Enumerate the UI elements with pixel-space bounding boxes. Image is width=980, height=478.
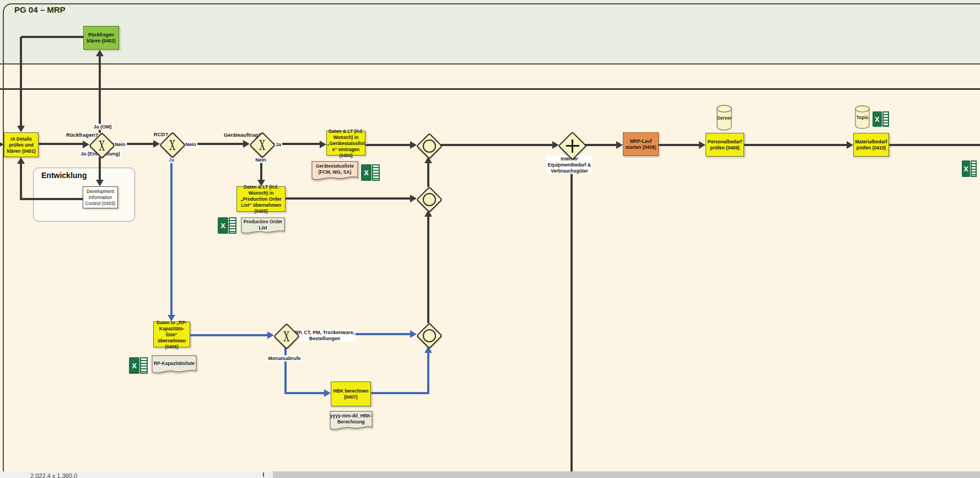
- arrowhead: [17, 126, 25, 132]
- datastore-server[interactable]: Server: [717, 105, 732, 131]
- task-0409[interactable]: Personalbedarf prüfen (0409): [706, 133, 744, 157]
- status-cursor-mark: [263, 472, 264, 477]
- excel-sheet: [971, 160, 977, 177]
- flow-0401-rueckfragen: [39, 143, 83, 145]
- flow-abruf-0407: [284, 392, 324, 394]
- excel-icon[interactable]: X: [218, 217, 236, 234]
- excel-icon[interactable]: X: [873, 111, 889, 127]
- excel-icon[interactable]: X: [129, 357, 148, 374]
- excel-sheet: [882, 111, 889, 127]
- arrowhead: [153, 140, 160, 148]
- status-dimensions: 2.022,4 x 1.380,0: [30, 472, 77, 478]
- excel-icon[interactable]: X: [361, 164, 380, 181]
- or-icon: [423, 139, 436, 153]
- task-0407-label: HBK berechnen (0407): [331, 388, 371, 400]
- document-label: Gerätestatusliste (FCM, WG, SA): [311, 161, 358, 183]
- task-0409-label: Personalbedarf prüfen (0409): [705, 139, 745, 151]
- excel-x-glyph: X: [361, 164, 371, 181]
- plus-icon: [566, 139, 579, 153]
- document-production-order-list[interactable]: Production Order List: [241, 217, 285, 236]
- gateway-question-rcd: RCD?: [154, 131, 168, 137]
- flow-rcd-0406: [170, 155, 173, 315]
- document-hbk-berechnung[interactable]: yyyy-mm-dd_HBK- Berechnung: [330, 411, 373, 433]
- flow-0410-out: [889, 144, 980, 146]
- flow-0408-0409: [659, 144, 699, 146]
- task-0403-label: Development Information Control (0403): [83, 189, 118, 207]
- process-diagram-canvas: PG 04 – MRP Entwicklung: [0, 0, 980, 478]
- entwicklung-group-title: Entwicklung: [41, 171, 87, 180]
- flow-or2-or1: [427, 163, 429, 187]
- flow-abruf-down: [284, 347, 287, 393]
- datastore-label: Server: [717, 115, 731, 121]
- excel-x-glyph: X: [218, 217, 228, 234]
- horizontal-scrollbar-thumb[interactable]: [273, 471, 980, 478]
- arrowhead: [410, 141, 417, 149]
- task-0405-label: Daten & LT (Kd. Wunsch) in „Production O…: [236, 184, 287, 214]
- arrowhead: [83, 141, 89, 148]
- task-0401-label: IA Details prüfen und klären (0401): [4, 136, 39, 154]
- task-0408[interactable]: MRP-Lauf starten (0408): [623, 132, 659, 156]
- excel-sheet: [140, 357, 148, 374]
- edge-label-ja-rcd: Ja: [168, 157, 175, 163]
- xor-icon: X: [260, 138, 266, 152]
- edge-label-monatsabrufe: Monatsabrufe: [267, 356, 301, 362]
- document-label: RP-Kapazitätsliste: [152, 355, 197, 376]
- excel-icon[interactable]: X: [962, 160, 977, 177]
- edge-label-rp-ct-pm: RP, CT, PM, Trockenware, Bestellungen: [294, 330, 356, 342]
- edge-label-ja-om: Ja (OM): [92, 124, 112, 130]
- edge-label-nein-rueckfragen: Nein: [114, 142, 127, 148]
- task-0406-label: Daten in „RP- Kapazitäts- liste“ überneh…: [152, 319, 192, 350]
- excel-x-glyph: X: [962, 160, 970, 177]
- edge-label-interner-equipment: Interner Equipmentbedarf & Verbrauchsgüt…: [547, 156, 592, 174]
- excel-sheet: [372, 164, 380, 181]
- excel-sheet: [229, 217, 236, 234]
- arrowhead: [324, 389, 331, 397]
- task-0410[interactable]: Materialbedarf prüfen (0410): [853, 133, 889, 157]
- datastore-topix[interactable]: Topix: [855, 105, 870, 129]
- xor-icon: X: [99, 139, 105, 153]
- task-0403[interactable]: Development Information Control (0403): [83, 186, 118, 208]
- flow-parallel-0408: [584, 144, 616, 146]
- flow-0407-up: [427, 353, 429, 394]
- document-rp-kapazitaetsliste[interactable]: RP-Kapazitätsliste: [152, 355, 197, 376]
- document-label: yyyy-mm-dd_HBK- Berechnung: [330, 411, 373, 433]
- arrowhead: [243, 140, 250, 148]
- edge-label-nein-geraeteauftrag: Nein: [254, 157, 267, 163]
- task-0404-label: Daten & LT (Kd. Wunsch) in „Gerätestatus…: [323, 128, 369, 158]
- edge-label-ja-geraeteauftrag: Ja: [274, 142, 282, 148]
- flow-0402-return-v: [20, 37, 22, 126]
- task-0407[interactable]: HBK berechnen (0407): [331, 382, 371, 406]
- flow-or3-or2: [427, 217, 429, 323]
- task-0406[interactable]: Daten in „RP- Kapazitäts- liste“ überneh…: [153, 321, 190, 347]
- flow-0409-0410: [744, 144, 847, 146]
- arrowhead: [410, 195, 417, 202]
- xor-icon: X: [170, 138, 176, 152]
- or-icon: [423, 329, 436, 342]
- task-0410-label: Materialbedarf prüfen (0410): [852, 139, 891, 151]
- flow-rueckfragen-0403: [99, 156, 101, 180]
- flow-0403-return-v: [20, 164, 22, 200]
- arrowhead: [267, 331, 274, 339]
- flow-0406-abruf: [190, 334, 267, 336]
- gateway-question-rueckfragen: Rückfragen?: [66, 132, 98, 138]
- flow-0404-or1: [365, 144, 410, 146]
- or-icon: [423, 193, 436, 206]
- status-bar: 2.022,4 x 1.380,0: [0, 471, 980, 478]
- flow-0403-return-h: [21, 198, 83, 200]
- document-geraetestatusliste[interactable]: Gerätestatusliste (FCM, WG, SA): [311, 161, 358, 183]
- pool-frame: [3, 3, 980, 478]
- task-0402-label: Rückfragen klären (0402): [84, 32, 119, 44]
- task-0405[interactable]: Daten & LT (Kd. Wunsch) in „Production O…: [236, 186, 286, 212]
- arrowhead: [96, 180, 104, 186]
- flow-rueckfragen-0402: [99, 56, 101, 133]
- task-0408-label: MRP-Lauf starten (0408): [623, 138, 659, 151]
- flow-0402-return-h: [21, 36, 83, 38]
- datastore-label: Topix: [856, 115, 868, 120]
- task-0401[interactable]: IA Details prüfen und klären (0401): [4, 132, 39, 157]
- flow-entry-arrow: [0, 141, 4, 148]
- xor-icon: X: [284, 330, 290, 343]
- task-0404[interactable]: Daten & LT (Kd. Wunsch) in „Gerätestatus…: [326, 131, 365, 155]
- flow-0407-right: [371, 392, 429, 394]
- task-0402[interactable]: Rückfragen klären (0402): [83, 26, 119, 50]
- excel-x-glyph: X: [873, 111, 882, 127]
